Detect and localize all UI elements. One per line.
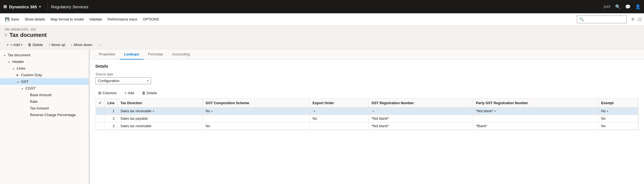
fullscreen-icon[interactable]: ⬜ <box>637 17 642 21</box>
tree-panel: ▴ Tax document ▴ Header ▴ Lines ▶ Custom… <box>0 49 89 184</box>
tree-item-cgst[interactable]: ▴ CGST <box>0 85 89 91</box>
tree-item-tax-doc[interactable]: ▴ Tax document <box>0 52 89 58</box>
source-type-select[interactable]: Configuration ▾ <box>95 77 151 84</box>
move-down-icon: ↓ <box>71 43 73 47</box>
delete-icon: 🗑 <box>28 43 31 47</box>
details-heading: Details <box>95 64 638 68</box>
col-exempt: Exempt <box>598 99 638 108</box>
cell-exempt-1[interactable]: No ▾ <box>598 108 638 115</box>
filter-icon[interactable]: ▽ <box>4 33 7 37</box>
validate-button[interactable]: Validate <box>87 13 105 25</box>
tab-properties[interactable]: Properties <box>94 49 120 60</box>
add-button[interactable]: + + Add ▾ <box>4 42 24 48</box>
gst-comp-value-3: No <box>206 124 210 128</box>
gst-reg-value-3: *Not blank* <box>371 124 389 128</box>
label-cgst: CGST <box>26 86 36 90</box>
export-value-2: No <box>313 117 317 121</box>
tree-item-custom-duty[interactable]: ▶ Custom Duty <box>0 71 89 78</box>
tree-item-reverse-charge[interactable]: Reverse Charge Percentage <box>0 111 89 118</box>
add-chevron[interactable]: ▾ <box>21 43 22 46</box>
columns-button[interactable]: ⊞ Columns <box>95 90 119 96</box>
cell-export-1[interactable]: ▾ <box>310 108 368 115</box>
table-delete-button[interactable]: 🗑 Delete <box>139 90 160 96</box>
tax-dir-value-1: Sales tax receivable <box>120 109 152 113</box>
table-row[interactable]: 1 Sales tax receivable ▾ No ▾ <box>96 108 638 115</box>
tab-accounting[interactable]: Accounting <box>168 49 194 60</box>
col-check: ✓ <box>96 99 105 108</box>
command-bar: 💾 Save Show details Map format to model … <box>0 13 644 25</box>
toggle-tax-amount <box>24 106 29 110</box>
label-rate: Rate <box>30 99 37 104</box>
performance-trace-button[interactable]: Performance trace <box>105 13 140 25</box>
user-icon[interactable]: 👤 <box>635 4 641 9</box>
brand-chevron[interactable]: ▾ <box>39 5 41 9</box>
label-reverse-charge: Reverse Charge Percentage <box>30 113 76 117</box>
cell-gst-comp-1[interactable]: No ▾ <box>203 108 310 115</box>
app-name: Regulatory Services <box>51 4 88 9</box>
search-icon[interactable]: 🔍 <box>615 4 621 9</box>
chat-icon[interactable]: 💬 <box>625 4 631 9</box>
export-dropdown-1[interactable]: ▾ <box>314 110 315 113</box>
brand-area[interactable]: ⊞ Dynamics 365 ▾ <box>3 4 44 9</box>
tab-formulas[interactable]: Formulas <box>144 49 167 60</box>
toggle-tax-doc[interactable]: ▴ <box>2 53 7 57</box>
cell-gst-reg-1[interactable]: ▾ <box>369 108 473 115</box>
tree-item-gst[interactable]: ▴ GST <box>0 78 89 85</box>
delete-button[interactable]: 🗑 Delete <box>26 42 45 48</box>
map-format-button[interactable]: Map format to model <box>48 13 86 25</box>
tree-item-base-amount[interactable]: Base Amount <box>0 91 89 98</box>
cell-gst-reg-3: *Not blank* <box>369 122 473 130</box>
tree-item-header[interactable]: ▴ Header <box>0 58 89 65</box>
settings-icon[interactable]: ⚙ <box>631 17 635 21</box>
col-gst-composition: GST Composition Scheme <box>203 99 310 108</box>
environment-label: DAT <box>604 5 611 9</box>
move-up-icon: ↑ <box>49 43 51 47</box>
move-down-button[interactable]: ↓ Move down <box>69 42 94 48</box>
show-details-button[interactable]: Show details <box>22 13 48 25</box>
toggle-gst[interactable]: ▴ <box>16 79 20 84</box>
page-title-bar: ▽ Tax document <box>0 31 644 40</box>
gst-reg-dropdown-1[interactable]: ▾ <box>373 110 374 113</box>
save-button[interactable]: 💾 Save <box>2 13 22 25</box>
table-row[interactable]: 2 Sales tax payable No *Not bl <box>96 115 638 122</box>
tree-item-tax-amount[interactable]: Tax Amount <box>0 105 89 111</box>
tree-item-rate[interactable]: Rate <box>0 98 89 105</box>
toggle-header[interactable]: ▴ <box>7 59 11 64</box>
search-input[interactable] <box>585 17 624 21</box>
data-table-wrapper: ✓ Line Tax Direction GST Composition Sch… <box>95 98 638 130</box>
party-gst-dropdown-1[interactable]: ▾ <box>494 110 496 113</box>
exempt-dropdown-1[interactable]: ▾ <box>607 110 608 113</box>
tax-dir-value-3: Sales tax receivable <box>120 124 152 128</box>
tax-dir-dropdown-1[interactable]: ▾ <box>153 110 154 113</box>
label-header: Header <box>12 60 24 64</box>
table-delete-icon: 🗑 <box>142 91 145 95</box>
table-row[interactable]: 3 Sales tax receivable No *Not <box>96 122 638 130</box>
nav-right: DAT 🔍 💬 👤 <box>604 4 641 9</box>
cell-check-1 <box>96 108 105 115</box>
source-type-label: Source type <box>95 72 638 76</box>
move-up-button[interactable]: ↑ Move up <box>46 42 67 48</box>
toggle-cgst[interactable]: ▴ <box>20 86 24 90</box>
cell-tax-dir-3: Sales tax receivable <box>117 122 203 130</box>
gst-reg-value-2: *Not blank* <box>371 117 389 121</box>
command-search[interactable]: 🔍 <box>577 16 627 23</box>
party-gst-value-3: *Blank* <box>476 124 487 128</box>
toggle-custom-duty[interactable]: ▶ <box>16 73 20 77</box>
gst-comp-dropdown-1[interactable]: ▾ <box>211 110 213 113</box>
cell-party-gst-1[interactable]: *Not blank* ▾ <box>473 108 598 115</box>
cell-gst-comp-3: No <box>203 122 310 130</box>
options-button[interactable]: OPTIONS <box>140 13 162 25</box>
table-add-button[interactable]: + Add <box>122 90 137 96</box>
toggle-lines[interactable]: ▴ <box>11 66 16 70</box>
source-type-chevron: ▾ <box>147 79 149 82</box>
cell-tax-dir-1[interactable]: Sales tax receivable ▾ <box>117 108 203 115</box>
cell-gst-reg-2: *Not blank* <box>369 115 473 122</box>
toggle-base-amount <box>24 93 29 97</box>
tab-lookups[interactable]: Lookups <box>120 49 144 60</box>
lookups-table: ✓ Line Tax Direction GST Composition Sch… <box>96 99 638 130</box>
more-button[interactable]: ··· <box>95 42 103 48</box>
tree-item-lines[interactable]: ▴ Lines <box>0 65 89 71</box>
cell-gst-comp-2 <box>203 115 310 122</box>
breadcrumb-bar: TAX (INDIA GST) : 222 <box>0 25 644 31</box>
label-base-amount: Base Amount <box>30 93 51 97</box>
